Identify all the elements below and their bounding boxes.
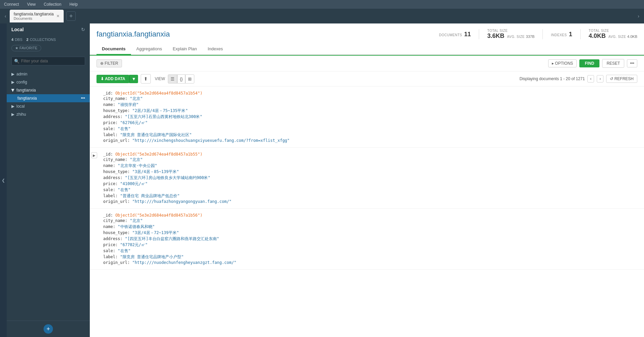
idx-total-size-label: TOTAL SIZE [589,29,637,33]
sidebar: Local ↻ 4 DBS 2 COLLECTIONS ★ FAVORITE 🔍… [7,23,90,337]
idx-avg-size-label: AVG. SIZE [608,35,626,39]
sidebar-item-local[interactable]: ▶ local [7,102,90,110]
doc-field: label: "限竞房 普通住宅品牌地产国际化社区" [96,132,637,138]
doc-field: price: "67702元/㎡" [96,242,637,248]
menu-view[interactable]: View [26,1,37,7]
table-row: ✎ ⎘ ⧉ 🗑 _id: ObjectId("5e3e2d684ea4f8d84… [90,209,644,270]
total-size-block: TOTAL SIZE 3.6KB AVG. SIZE 337B [487,29,534,40]
export-button[interactable]: ⬆ [141,74,151,83]
doc-field: address: "[五至六环]石景山西黄村地铁站北300米" [96,114,637,120]
sidebar-title: Local [11,27,24,32]
sidebar-add-area: + [7,321,90,337]
sidebar-stats: 4 DBS 2 COLLECTIONS [7,36,90,44]
total-size-stat-group: TOTAL SIZE 3.6KB AVG. SIZE 337B [487,29,534,40]
tab-end-nav-button[interactable]: › [636,12,641,20]
menu-help[interactable]: Help [68,1,79,7]
filter-button[interactable]: ⊕ FILTER [96,59,122,67]
tab-documents[interactable]: Documents [96,44,131,55]
content-area: fangtianxia.fangtianxia DOCUMENTS 11 TOT… [90,23,644,337]
sidebar-item-config[interactable]: ▶ config [7,78,90,86]
add-data-button[interactable]: ⬇ ADD DATA [96,75,129,83]
options-button[interactable]: ▸ OPTIONS [548,59,577,67]
view-table-button[interactable]: ⊞ [185,74,194,83]
doc-field: address: "[五至六环]房山地铁良乡大学城站南约900米" [96,175,637,181]
sidebar-search-icon: 🔍 [14,59,19,64]
active-tab[interactable]: fangtianxia.fangtianxia Documents ✕ [10,10,64,22]
refresh-button[interactable]: ↺ REFRESH [606,75,637,83]
view-list-button[interactable]: ☰ [168,74,177,83]
tab-close-button[interactable]: ✕ [56,14,60,18]
doc-expand-button[interactable]: ▶ [91,152,97,158]
tab-indexes[interactable]: Indexes [202,44,229,55]
collection-name-fangtianxia: fangtianxia [17,96,37,101]
db-name-config: config [16,80,27,85]
add-data-dropdown-button[interactable]: ▼ [129,75,138,83]
db-name-admin: admin [16,72,27,76]
find-button[interactable]: FIND [579,59,599,67]
sidebar-filter-area: 🔍 [7,54,90,68]
view-group: ☰ {} ⊞ [168,74,195,83]
chevron-icon: ▶ [11,72,14,76]
menu-collection[interactable]: Collection [43,1,63,7]
sidebar-item-admin[interactable]: ▶ admin [7,70,90,78]
doc-field: origin_url: "http:///xinchengshouchuangx… [96,138,637,143]
pagination-info: Displaying documents 1 - 20 of 1271 ‹ › … [520,75,637,83]
db-name-title: fangtianxia [96,30,132,38]
tab-line1: fangtianxia.fangtianxia [14,12,54,16]
collection-name-title: fangtianxia [134,30,170,38]
doc-field: house_type: "2居/3居/4居－75~135平米" [96,108,637,114]
sidebar-refresh-button[interactable]: ↻ [81,27,85,32]
doc-field: sale: "在售" [96,126,637,132]
db-name-local: local [16,104,25,109]
documents-container: ✎ ⎘ ⧉ 🗑 _id: ObjectId("5e3e2d664ea4f8d84… [90,87,644,337]
doc-field: address: "[四至五环]丰台白盆窑六圈路和燕羊路交汇处东南" [96,236,637,242]
tab-add-button[interactable]: + [66,11,76,21]
view-json-button[interactable]: {} [177,74,186,83]
doc-field: _id: ObjectId("5e3e2d664ea4f8d8457a1b54"… [96,91,637,96]
stat-divider-3 [580,29,581,39]
collection-stats: DOCUMENTS 11 TOTAL SIZE 3.6KB AVG. SIZE … [439,29,637,40]
sidebar-collapse-panel[interactable]: ❮ [0,23,7,337]
favorite-button[interactable]: ★ FAVORITE [11,45,41,51]
sidebar-item-fangtianxia-collection[interactable]: fangtianxia ••• [7,94,90,102]
documents-label: DOCUMENTS [439,33,462,37]
page-next-button[interactable]: › [597,75,603,82]
sidebar-item-zhihu[interactable]: ▶ zhihu [7,110,90,118]
nav-tabs: Documents Aggregations Explain Plan Inde… [90,44,644,55]
indexes-stat-group: INDEXES 1 [551,31,572,38]
page-prev-button[interactable]: ‹ [587,75,594,82]
filter-toolbar: ⊕ FILTER ▸ OPTIONSFIND RESET ••• [90,56,644,71]
content-header: fangtianxia.fangtianxia DOCUMENTS 11 TOT… [90,23,644,40]
reset-button[interactable]: RESET [602,59,624,68]
view-label: VIEW [155,76,165,81]
avg-size-label: AVG. SIZE [507,35,525,39]
indexes-count: 1 [569,31,572,38]
idx-total-size-block: TOTAL SIZE 4.0KB AVG. SIZE 4.0KB [589,29,637,40]
sidebar-favorite-area: ★ FAVORITE [7,44,90,54]
documents-count: 11 [464,31,471,38]
more-button[interactable]: ••• [627,59,637,67]
menu-connect[interactable]: Connect [3,1,20,7]
collection-more-icon[interactable]: ••• [81,96,85,101]
tab-explain-plan[interactable]: Explain Plan [167,44,202,55]
db-name-zhihu: zhihu [16,112,26,117]
add-database-button[interactable]: + [44,324,53,334]
chevron-icon: ▶ [11,112,14,117]
tab-back-button[interactable]: ‹ [3,12,8,20]
doc-field: sale: "在售" [96,187,637,193]
dbs-count: 4 [11,38,13,42]
dbs-label: DBS [15,38,22,42]
idx-avg-size-block: AVG. SIZE 4.0KB [608,34,637,39]
doc-field: city_name: "北京" [96,218,637,224]
doc-field: origin_url: "http:///huafazhongyangongyu… [96,199,637,204]
colls-label: COLLECTIONS [30,38,56,42]
doc-field: name: "北京华发·中央公园" [96,163,637,169]
idx-size-stat-group: TOTAL SIZE 4.0KB AVG. SIZE 4.0KB [589,29,637,40]
chevron-icon: ▶ [11,80,14,85]
sidebar-filter-input[interactable] [11,57,85,65]
sidebar-item-fangtianxia[interactable]: ▶ fangtianxia [7,86,90,94]
tab-title: fangtianxia.fangtianxia Documents [14,12,54,20]
tab-aggregations[interactable]: Aggregations [131,44,168,55]
dbs-stat: 4 DBS [11,38,22,42]
data-toolbar: ⬇ ADD DATA ▼ ⬆ VIEW ☰ {} ⊞ Displaying do… [90,71,644,87]
